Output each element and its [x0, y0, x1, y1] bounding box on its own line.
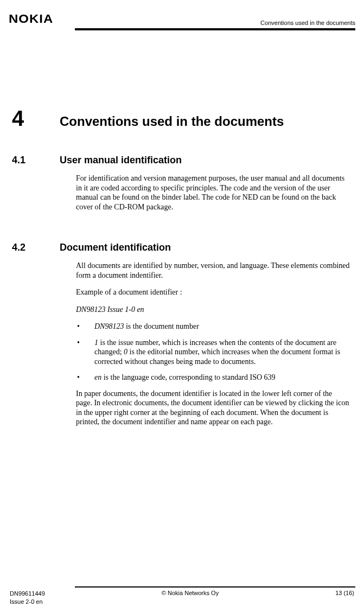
- section-number: 4.1: [9, 155, 60, 166]
- footer-doc-code: DN99611449: [10, 590, 45, 597]
- document-identifier-example: DN98123 Issue 1-0 en: [76, 305, 350, 315]
- footer-doc-id: DN99611449 Issue 2-0 en: [10, 590, 45, 605]
- footer-rule: [75, 586, 355, 588]
- section-number: 4.2: [9, 242, 60, 253]
- page-content: 4 Conventions used in the documents 4.1 …: [9, 30, 355, 586]
- list-item: • en is the language code, corresponding…: [76, 373, 350, 382]
- body-paragraph: For identification and version managemen…: [76, 174, 350, 212]
- section-heading: 4.2 Document identification: [9, 242, 355, 253]
- footer-page-number: 13 (16): [335, 590, 354, 605]
- section-title: Document identification: [60, 242, 171, 253]
- body-paragraph: In paper documents, the document identif…: [76, 389, 350, 427]
- list-item: • 1 is the issue number, which is increa…: [76, 338, 350, 367]
- bullet-icon: •: [76, 373, 94, 382]
- bullet-icon: •: [76, 338, 94, 367]
- footer-copyright: © Nokia Networks Oy: [162, 590, 219, 605]
- section-title: User manual identification: [60, 155, 182, 166]
- body-paragraph: All documents are identified by number, …: [76, 261, 350, 280]
- body-paragraph: Example of a document identifier :: [76, 288, 350, 297]
- running-title: Conventions used in the documents: [260, 20, 355, 26]
- list-item-text: DN98123 is the document number: [94, 322, 350, 331]
- nokia-logo: NOKIA: [9, 11, 53, 26]
- bullet-icon: •: [76, 322, 94, 331]
- page-header: NOKIA Conventions used in the documents: [9, 11, 355, 27]
- page-footer: DN99611449 Issue 2-0 en © Nokia Networks…: [9, 590, 355, 608]
- chapter-title: Conventions used in the documents: [60, 114, 284, 129]
- list-item-text: en is the language code, corresponding t…: [94, 373, 350, 382]
- section-heading: 4.1 User manual identification: [9, 155, 355, 166]
- footer-issue: Issue 2-0 en: [10, 598, 45, 605]
- chapter-number: 4: [9, 106, 60, 131]
- list-item: • DN98123 is the document number: [76, 322, 350, 331]
- chapter-heading: 4 Conventions used in the documents: [9, 106, 355, 131]
- list-item-text: 1 is the issue number, which is increase…: [94, 338, 350, 367]
